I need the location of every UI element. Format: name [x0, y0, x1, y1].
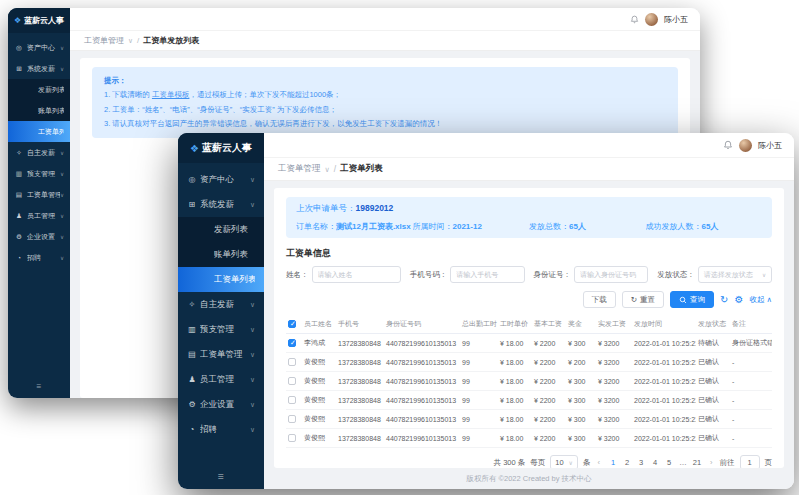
sidebar-item-label: 工资单管理	[200, 349, 250, 361]
page-number[interactable]: 4	[649, 458, 661, 467]
sidebar-item[interactable]: 账单列表	[178, 242, 264, 267]
sidebar-item[interactable]: ⚙ 企业设置 ∨	[178, 392, 264, 417]
row-checkbox[interactable]	[288, 339, 296, 347]
breadcrumb-divider: /	[334, 164, 336, 174]
page-number[interactable]: …	[677, 458, 689, 467]
avatar[interactable]	[645, 13, 658, 26]
bell-icon[interactable]	[630, 10, 639, 28]
sidebar-item[interactable]: ◔ 招聘 ∨	[178, 417, 264, 442]
cell-status: 已确认	[696, 410, 730, 429]
banner-field: 发放总数：65人	[529, 221, 646, 232]
breadcrumb-section[interactable]: 工资单管理	[84, 35, 124, 46]
apply-no-line: 上次申请单号：19892012	[296, 203, 762, 215]
sidebar-item[interactable]: 发薪列表	[178, 217, 264, 242]
breadcrumb-page: 工资单列表	[340, 163, 383, 175]
sidebar-item[interactable]: ▤ 工资单管理 ∨	[8, 184, 70, 205]
idcard-input[interactable]	[574, 266, 648, 283]
user-name[interactable]: 陈小五	[664, 14, 688, 25]
sidebar-item[interactable]: ▥ 预支管理 ∨	[178, 317, 264, 342]
page-number[interactable]: 2	[621, 458, 633, 467]
banner-field-value: 65人	[702, 222, 719, 231]
sidebar-item[interactable]: ▤ 工资单管理 ∨	[178, 342, 264, 367]
cell-name: 黄俊熙	[302, 372, 336, 391]
sidebar-item[interactable]: ✧ 自主发薪 ∨	[8, 142, 70, 163]
cell-bonus: ¥ 200	[566, 353, 596, 372]
action-row: 下载 ↻重置 查询 ↻ ⚙ 收起 ∧	[286, 291, 772, 308]
status-select[interactable]: 请选择发放状态 ∨	[698, 266, 772, 283]
page-number[interactable]: 3	[635, 458, 647, 467]
sidebar-item[interactable]: 工资单列表	[8, 121, 70, 142]
chevron-down-icon: ∨	[60, 150, 64, 156]
sidebar-item[interactable]: ◔ 招聘 ∨	[8, 247, 70, 268]
sidebar-item[interactable]: ⊞ 系统发薪 ∨	[178, 192, 264, 217]
search-button[interactable]: 查询	[670, 291, 714, 308]
row-checkbox[interactable]	[288, 415, 296, 423]
sidebar-collapse-button[interactable]: ≡	[8, 374, 70, 398]
sidebar-item[interactable]: ◎ 资产中心 ∨	[8, 37, 70, 58]
prev-page-button[interactable]: ‹	[596, 458, 603, 467]
sidebar-item[interactable]: ⚙ 企业设置 ∨	[8, 226, 70, 247]
chevron-up-icon: ∧	[767, 295, 773, 304]
sidebar-item[interactable]: ◎ 资产中心 ∨	[178, 167, 264, 192]
page-number[interactable]: 5	[663, 458, 675, 467]
sidebar-collapse-button[interactable]: ≡	[178, 464, 264, 489]
sidebar-item[interactable]: 账单列表	[8, 100, 70, 121]
sidebar-item[interactable]: ✧ 自主发薪 ∨	[178, 292, 264, 317]
table-row: 李鸿成 13728380848 440782199610135013 99 ¥ …	[286, 334, 772, 353]
page-number[interactable]: 21	[691, 458, 703, 467]
sidebar-item[interactable]: 工资单列表	[178, 267, 264, 292]
goto-page-input[interactable]	[740, 455, 760, 468]
cell-hours: 99	[460, 410, 498, 429]
pagination: 共 300 条 每页 10 ∨ 条 ‹ 1 2	[286, 455, 772, 468]
sidebar-item[interactable]: ♟ 员工管理 ∨	[8, 205, 70, 226]
tip-text: 1. 下载清晰的	[104, 90, 152, 99]
gear-icon[interactable]: ⚙	[734, 295, 743, 305]
payslip-table: 员工姓名 手机号 身份证号码 总出勤工时 工时单价 基本工资 奖金 实发工资 发…	[286, 315, 772, 448]
template-link[interactable]: 工资单模板	[152, 90, 190, 99]
phone-input[interactable]	[450, 266, 524, 283]
name-input[interactable]	[312, 266, 401, 283]
bell-icon[interactable]	[723, 136, 733, 154]
chevron-down-icon: ∨	[250, 426, 255, 434]
refresh-icon[interactable]: ↻	[720, 295, 728, 305]
sidebar-item[interactable]: ⊞ 系统发薪 ∨	[8, 58, 70, 79]
tip-text: 2. 工资单：“姓名”、“电话”、“身份证号”、“实发工资” 为下发必传信息；	[104, 105, 337, 114]
breadcrumb-section[interactable]: 工资单管理	[278, 163, 321, 175]
page-number[interactable]: 1	[607, 458, 619, 467]
collapse-link[interactable]: 收起 ∧	[749, 295, 772, 305]
sidebar-item[interactable]: ♟ 员工管理 ∨	[178, 367, 264, 392]
menu-icon: ▤	[14, 191, 24, 199]
row-checkbox[interactable]	[288, 358, 296, 366]
column-header: 发放时间	[632, 315, 696, 334]
banner-field: 成功发放人数：65人	[646, 221, 763, 232]
payslip-card: 上次申请单号：19892012 订单名称：测试12月工资表.xlsx 所属时间：…	[274, 188, 784, 468]
sidebar-item[interactable]: 发薪列表	[8, 79, 70, 100]
column-header: 工时单价	[498, 315, 532, 334]
user-name[interactable]: 陈小五	[758, 140, 782, 151]
main-area: 陈小五 工资单管理 ∨ / 工资单列表 上次申请单号：19892012 订单名	[264, 133, 794, 489]
row-checkbox[interactable]	[288, 396, 296, 404]
tip-text: ，通过模板上传；单次下发不能超过1000条；	[189, 90, 341, 99]
tip-text: 3. 请认真核对平台返回产生的异常错误信息，确认无误后再进行下发，以免发生工资下…	[104, 119, 442, 128]
column-header: 实发工资	[596, 315, 632, 334]
banner-field-label: 所属时间：	[413, 222, 453, 231]
cell-name: 黄俊熙	[302, 391, 336, 410]
row-checkbox[interactable]	[288, 434, 296, 442]
select-all-checkbox[interactable]	[288, 320, 296, 328]
cell-time: 2022-01-01 10:25:21	[632, 391, 696, 410]
chevron-down-icon: ∨	[325, 165, 330, 174]
topbar: 陈小五	[70, 8, 700, 31]
sidebar-item[interactable]: ▥ 预支管理 ∨	[8, 163, 70, 184]
reset-button[interactable]: ↻重置	[622, 291, 664, 308]
table-header-row: 员工姓名 手机号 身份证号码 总出勤工时 工时单价 基本工资 奖金 实发工资 发…	[286, 315, 772, 334]
avatar[interactable]	[739, 139, 752, 152]
row-checkbox[interactable]	[288, 377, 296, 385]
menu-icon: ◎	[14, 44, 24, 52]
per-page-select[interactable]: 10 ∨	[550, 455, 578, 468]
cell-real-salary: ¥ 3200	[596, 410, 632, 429]
next-page-button[interactable]: ›	[708, 458, 715, 467]
sidebar-item-label: 系统发薪	[200, 199, 250, 211]
tips-title: 提示：	[104, 74, 666, 88]
cell-status: 已确认	[696, 391, 730, 410]
download-button[interactable]: 下载	[583, 291, 616, 308]
